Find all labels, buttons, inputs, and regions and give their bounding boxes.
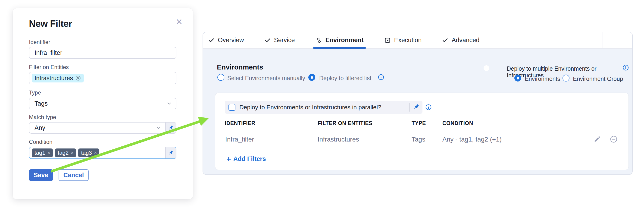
tab-bar: Overview Service Environment — [203, 32, 632, 49]
deploy-parallel-checkbox[interactable] — [228, 104, 236, 111]
match-type-select[interactable]: Any — [30, 122, 165, 133]
tab-bar-divider — [602, 32, 603, 48]
match-type-label: Match type — [29, 114, 56, 120]
tab-label: Execution — [394, 36, 422, 44]
identifier-value: Infra_filter — [30, 49, 62, 56]
condition-label: Condition — [29, 139, 52, 145]
execution-play-icon — [384, 37, 391, 44]
plus-icon: + — [226, 155, 231, 163]
check-icon — [264, 37, 271, 44]
radio-deploy-to-filtered-list[interactable] — [308, 74, 315, 81]
tag-chip[interactable]: tag1 × — [32, 148, 53, 157]
tab-label: Service — [274, 36, 295, 44]
condition-input[interactable]: tag1 × tag2 × tag3 × — [30, 147, 165, 158]
tab-execution[interactable]: Execution — [384, 32, 422, 48]
close-icon[interactable]: × — [176, 16, 182, 27]
deploy-parallel-bar: Deploy to Environments or Infrastructure… — [225, 101, 422, 114]
new-filter-modal: New Filter × Identifier Infra_filter Fil… — [13, 8, 193, 199]
check-icon — [208, 37, 214, 44]
info-icon[interactable] — [378, 74, 384, 80]
col-header-condition: CONDITION — [442, 120, 473, 126]
pushpin-icon — [413, 104, 420, 110]
pushpin-icon — [168, 125, 174, 131]
tag-remove-icon[interactable]: × — [70, 150, 74, 156]
environment-hexagons-icon — [315, 37, 322, 44]
save-button[interactable]: Save — [29, 169, 53, 181]
type-label: Type — [29, 90, 41, 96]
tag-remove-icon[interactable]: × — [48, 150, 50, 156]
edit-pencil-icon[interactable] — [594, 135, 601, 144]
radio-label: Environments — [525, 76, 560, 82]
cell-type: Tags — [412, 136, 425, 143]
match-type-row: Any — [29, 122, 176, 134]
add-filters-button[interactable]: + Add Filters — [226, 155, 266, 163]
infrastructures-chip[interactable]: Infrastructures — [32, 74, 84, 82]
chevron-down-icon — [156, 125, 162, 131]
divider — [409, 103, 410, 112]
tab-environment[interactable]: Environment — [315, 32, 364, 48]
tab-service[interactable]: Service — [264, 32, 295, 48]
text-cursor — [102, 149, 102, 156]
pin-button[interactable] — [165, 122, 176, 133]
radio-select-environments-manually[interactable] — [217, 74, 224, 81]
cancel-button[interactable]: Cancel — [58, 169, 89, 181]
radio-environment-group[interactable] — [562, 74, 570, 82]
tab-overview[interactable]: Overview — [208, 32, 244, 48]
tag-label: tag3 — [81, 150, 92, 156]
chevron-down-icon — [166, 100, 172, 106]
condition-row: tag1 × tag2 × tag3 × — [29, 147, 176, 159]
environment-tab-panel: Overview Service Environment — [202, 32, 633, 175]
type-select[interactable]: Tags — [29, 98, 176, 109]
tag-chip[interactable]: tag3 × — [78, 148, 99, 157]
pin-button[interactable] — [165, 147, 176, 158]
tag-remove-icon[interactable]: × — [94, 150, 97, 156]
info-icon[interactable] — [425, 104, 432, 110]
radio-label: Select Environments manually — [227, 75, 305, 82]
pushpin-icon — [168, 150, 174, 156]
add-filters-label: Add Filters — [233, 156, 266, 162]
deploy-parallel-label: Deploy to Environments or Infrastructure… — [239, 104, 381, 111]
col-header-filter-on-entities: FILTER ON ENTITIES — [318, 120, 372, 126]
filters-card: Deploy to Environments or Infrastructure… — [215, 93, 628, 170]
tab-label: Environment — [326, 36, 364, 44]
identifier-label: Identifier — [29, 39, 50, 46]
col-header-identifier: IDENTIFIER — [225, 120, 255, 126]
tab-label: Advanced — [452, 36, 480, 44]
tag-chip[interactable]: tag2 × — [55, 148, 76, 157]
chip-remove-icon[interactable] — [75, 75, 81, 81]
pin-button[interactable] — [413, 104, 420, 112]
remove-minus-icon[interactable] — [610, 135, 618, 144]
col-header-type: TYPE — [412, 120, 426, 126]
modal-title: New Filter — [29, 18, 72, 29]
infrastructures-chip-label: Infrastructures — [34, 74, 73, 82]
environments-heading: Environments — [217, 63, 263, 71]
match-type-value: Any — [30, 124, 45, 132]
radio-label: Deploy to filtered list — [319, 75, 371, 82]
cell-condition: Any - tag1, tag2 (+1) — [442, 136, 502, 143]
radio-environments[interactable] — [514, 74, 521, 82]
cell-filter-on-entities: Infrastructures — [318, 136, 359, 143]
identifier-field[interactable]: Infra_filter — [29, 47, 176, 59]
toggle-knob — [484, 65, 489, 71]
type-value: Tags — [30, 100, 48, 107]
tag-label: tag1 — [34, 150, 45, 156]
radio-label: Environment Group — [573, 76, 623, 82]
filter-on-entities-field[interactable]: Infrastructures — [29, 72, 176, 84]
cell-identifier: Infra_filter — [225, 136, 254, 143]
tab-label: Overview — [218, 36, 244, 44]
filter-on-entities-label: Filter on Entities — [29, 64, 69, 70]
check-icon — [442, 37, 448, 44]
tag-label: tag2 — [58, 150, 69, 156]
tab-advanced[interactable]: Advanced — [442, 32, 480, 48]
info-icon[interactable] — [622, 64, 629, 71]
